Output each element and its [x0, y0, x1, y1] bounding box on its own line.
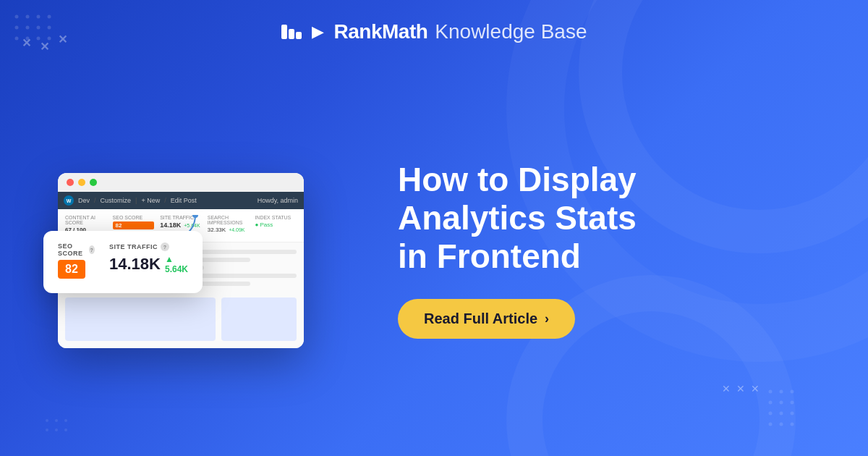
impressions-change: +4.09K — [229, 227, 244, 232]
toolbar-edit: Edit Post — [171, 197, 197, 204]
tl-green — [90, 179, 97, 186]
wp-icon: W — [64, 195, 74, 206]
tl-red — [67, 179, 74, 186]
fc-traffic-change: ▲ 5.64K — [165, 254, 188, 274]
fc-traffic-section: SITE TRAFFIC ? 14.18K ▲ 5.64K — [109, 242, 188, 279]
browser-titlebar — [58, 173, 304, 192]
fc-header: SEO SCORE ? 82 SITE TRAFFIC ? 14.18K ▲ 5… — [58, 242, 188, 279]
right-panel: How to Display Analytics Stats in Fronte… — [354, 161, 825, 339]
seo-label: SEO SCORE — [113, 215, 155, 220]
fc-seo-section: SEO SCORE ? 82 — [58, 242, 95, 279]
cta-label: Read Full Article — [424, 311, 537, 327]
content-block-2 — [221, 297, 297, 341]
toolbar-howdy: Howdy, admin — [258, 197, 298, 204]
fc-seo-score: 82 — [58, 260, 85, 279]
main-content: W Dev / Customize | + New / Edit Post Ho… — [0, 58, 868, 456]
index-label: INDEX STATUS — [255, 215, 297, 220]
browser-toolbar: W Dev / Customize | + New / Edit Post Ho… — [58, 192, 304, 209]
fc-traffic-help: ? — [161, 242, 169, 251]
left-panel: W Dev / Customize | + New / Edit Post Ho… — [43, 151, 354, 348]
content-ai-label: CONTENT AI SCORE — [65, 215, 107, 225]
header: ▶ RankMath Knowledge Base — [0, 0, 868, 58]
toolbar-customize: Customize — [101, 197, 132, 204]
read-article-button[interactable]: Read Full Article › — [398, 299, 575, 339]
impressions-value: 32.33K — [208, 227, 226, 233]
stat-index: INDEX STATUS ● Pass — [255, 215, 297, 236]
svg-point-30 — [192, 215, 198, 218]
page-background: ✕ ✕ ✕ ✕ ✕ ✕ — [0, 0, 868, 456]
toolbar-new: + New — [141, 197, 160, 204]
toolbar-dev: Dev — [78, 197, 90, 204]
logo-rankmath: RankMath — [334, 20, 428, 43]
article-title: How to Display Analytics Stats in Fronte… — [398, 161, 825, 276]
fc-seo-help: ? — [89, 245, 95, 254]
cta-chevron-icon: › — [545, 311, 549, 326]
floating-card: SEO SCORE ? 82 SITE TRAFFIC ? 14.18K ▲ 5… — [43, 231, 203, 293]
fc-traffic-val: 14.18K ▲ 5.64K — [109, 254, 188, 274]
stat-impressions: SEARCH IMPRESSIONS 32.33K +4.09K — [208, 215, 250, 236]
content-block-1 — [65, 297, 216, 341]
logo-icon — [281, 25, 302, 39]
fc-seo-label: SEO SCORE ? — [58, 242, 95, 257]
content-blocks — [65, 292, 297, 341]
impressions-label: SEARCH IMPRESSIONS — [208, 215, 250, 225]
logo-kb: Knowledge Base — [435, 20, 587, 43]
index-value: ● Pass — [255, 221, 297, 228]
seo-badge: 82 — [113, 221, 155, 229]
tl-yellow — [78, 179, 85, 186]
fc-traffic-label: SITE TRAFFIC ? — [109, 242, 188, 251]
